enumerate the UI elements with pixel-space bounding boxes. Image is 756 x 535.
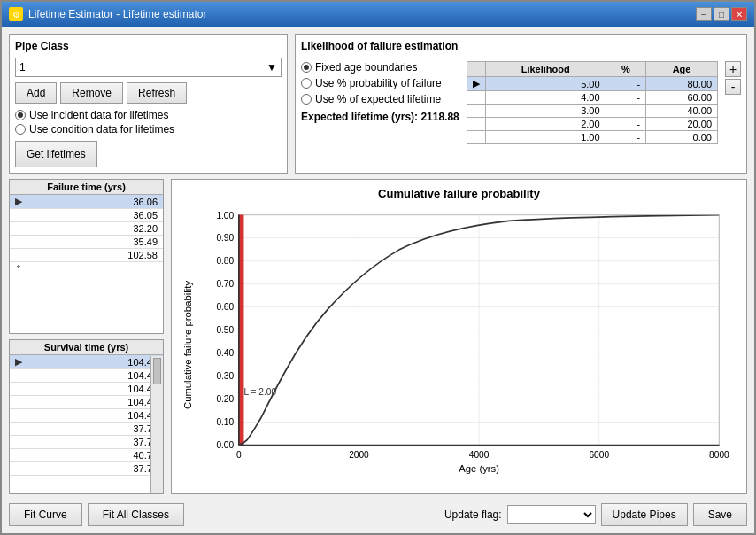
survival-table-row[interactable]: 40.78 xyxy=(10,449,163,462)
svg-text:2000: 2000 xyxy=(349,450,369,460)
title-bar-left: ⚙ Lifetime Estimator - Lifetime estimato… xyxy=(9,7,206,21)
pipe-class-dropdown[interactable]: 1 ▼ xyxy=(15,58,282,77)
survival-row-indicator xyxy=(10,383,27,396)
survival-table-row[interactable]: 104.46 xyxy=(10,369,163,383)
failure-table-row[interactable]: 32.20 xyxy=(10,222,163,236)
fit-all-classes-button[interactable]: Fit All Classes xyxy=(88,503,184,526)
maximize-button[interactable]: □ xyxy=(714,7,729,21)
close-button[interactable]: ✕ xyxy=(731,7,747,21)
svg-text:0: 0 xyxy=(236,450,242,460)
pipe-class-buttons: Add Remove Refresh xyxy=(15,82,282,104)
add-row-button[interactable]: + xyxy=(725,61,741,77)
main-window: ⚙ Lifetime Estimator - Lifetime estimato… xyxy=(0,0,756,535)
get-lifetimes-button[interactable]: Get lifetimes xyxy=(15,141,97,167)
failure-row-value: 35.49 xyxy=(27,236,163,249)
survival-table-row[interactable]: 104.46 xyxy=(10,383,163,396)
likelihood-col-percent: % xyxy=(606,62,645,77)
svg-text:8000: 8000 xyxy=(709,450,729,460)
use-condition-radio[interactable] xyxy=(15,124,26,135)
survival-table-row[interactable]: 104.46 xyxy=(10,396,163,409)
failure-row-indicator xyxy=(10,222,27,236)
failure-table-row[interactable]: 35.49 xyxy=(10,236,163,249)
scrollbar-thumb[interactable] xyxy=(153,358,161,384)
dropdown-arrow-icon: ▼ xyxy=(266,61,277,74)
svg-text:6000: 6000 xyxy=(589,450,609,460)
failure-time-scroll[interactable]: Failure time (yrs) ▶ 36.06 36.05 32.20 3… xyxy=(10,180,163,333)
survival-scrollbar[interactable] xyxy=(150,356,163,493)
survival-table-row[interactable]: 37.78 xyxy=(10,462,163,476)
likelihood-row-value: 3.00 xyxy=(485,105,606,118)
failure-row-value: 36.06 xyxy=(27,195,163,209)
failure-table-row[interactable]: * xyxy=(10,262,163,275)
use-expected-radio-item[interactable]: Use % of expected lifetime xyxy=(301,93,459,105)
add-button[interactable]: Add xyxy=(15,82,57,104)
pipe-class-title: Pipe Class xyxy=(15,40,282,52)
update-pipes-button[interactable]: Update Pipes xyxy=(601,503,688,526)
save-button[interactable]: Save xyxy=(693,503,747,526)
use-percent-radio[interactable] xyxy=(301,78,312,89)
likelihood-row-value: 5.00 xyxy=(485,77,606,91)
remove-row-button[interactable]: - xyxy=(725,79,741,95)
remove-button[interactable]: Remove xyxy=(60,82,123,104)
use-incident-radio[interactable] xyxy=(15,110,26,120)
likelihood-col-age: Age xyxy=(646,62,718,77)
likelihood-table: Likelihood % Age ▶ 5.00 - 80.00 4.00 - 6… xyxy=(467,61,718,144)
survival-table-row[interactable]: 37.78 xyxy=(10,436,163,449)
chart-container: Cumulative failure probability xyxy=(179,204,739,486)
failure-time-panel: Failure time (yrs) ▶ 36.06 36.05 32.20 3… xyxy=(9,179,164,334)
title-controls: − □ ✕ xyxy=(696,7,747,21)
failure-table-row[interactable]: ▶ 36.06 xyxy=(10,195,163,209)
left-tables: Failure time (yrs) ▶ 36.06 36.05 32.20 3… xyxy=(9,179,164,494)
expected-lifetime-text: Expected lifetime (yrs): 2118.88 xyxy=(301,111,459,123)
content-area: Pipe Class 1 ▼ Add Remove Refresh Use in… xyxy=(2,27,754,533)
app-icon: ⚙ xyxy=(9,7,23,21)
x-axis-label: Age (yrs) xyxy=(459,463,499,474)
failure-row-value: 32.20 xyxy=(27,222,163,236)
bottom-right-controls: Update flag: Option1 Option2 Update Pipe… xyxy=(444,503,747,526)
survival-row-value: 104.46 xyxy=(27,409,163,423)
title-bar: ⚙ Lifetime Estimator - Lifetime estimato… xyxy=(2,2,754,27)
survival-table-row[interactable]: 104.46 xyxy=(10,409,163,423)
svg-text:0.30: 0.30 xyxy=(216,371,234,381)
survival-row-value: 104.46 xyxy=(27,355,163,369)
survival-table-row[interactable]: ▶ 104.46 xyxy=(10,355,163,369)
failure-row-indicator xyxy=(10,209,27,222)
survival-time-table: Survival time (yrs) ▶ 104.46 104.46 104.… xyxy=(10,340,163,476)
y-axis-label: Cumulative failure probability xyxy=(182,281,193,409)
svg-text:0.40: 0.40 xyxy=(216,348,234,358)
likelihood-row-age: 60.00 xyxy=(646,91,718,105)
minimize-button[interactable]: − xyxy=(696,7,712,21)
refresh-button[interactable]: Refresh xyxy=(127,82,187,104)
failure-table-row[interactable]: 102.58 xyxy=(10,249,163,262)
chart-area: Cumulative failure probability Cumulativ… xyxy=(171,179,747,494)
use-expected-radio[interactable] xyxy=(301,94,312,105)
pipe-class-panel: Pipe Class 1 ▼ Add Remove Refresh Use in… xyxy=(9,34,288,174)
likelihood-table-wrapper: Likelihood % Age ▶ 5.00 - 80.00 4.00 - 6… xyxy=(467,61,718,144)
likelihood-content-row: Fixed age boundaries Use % probability o… xyxy=(301,61,741,144)
fixed-age-radio-item[interactable]: Fixed age boundaries xyxy=(301,61,459,74)
survival-table-row[interactable]: 37.78 xyxy=(10,423,163,436)
chart-svg: Cumulative failure probability xyxy=(179,204,739,486)
survival-row-indicator: ▶ xyxy=(10,355,27,369)
failure-row-indicator: * xyxy=(10,262,27,275)
svg-text:0.00: 0.00 xyxy=(216,440,234,450)
use-incident-radio-item[interactable]: Use incident data for lifetimes xyxy=(15,109,282,121)
likelihood-row-indicator xyxy=(467,105,485,118)
survival-time-scroll[interactable]: Survival time (yrs) ▶ 104.46 104.46 104.… xyxy=(10,340,163,493)
likelihood-row-percent: - xyxy=(606,77,645,91)
fixed-age-label: Fixed age boundaries xyxy=(315,61,417,74)
use-percent-label: Use % probability of failure xyxy=(315,77,442,89)
likelihood-row-percent: - xyxy=(606,105,645,118)
survival-time-panel: Survival time (yrs) ▶ 104.46 104.46 104.… xyxy=(9,339,164,494)
likelihood-row-age: 0.00 xyxy=(646,131,718,144)
likelihood-panel: Likelihood of failure estimation Fixed a… xyxy=(295,34,747,174)
use-condition-radio-item[interactable]: Use condition data for lifetimes xyxy=(15,123,282,136)
failure-table-row[interactable]: 36.05 xyxy=(10,209,163,222)
use-percent-radio-item[interactable]: Use % probability of failure xyxy=(301,77,459,89)
survival-row-indicator xyxy=(10,423,27,436)
survival-row-value: 104.46 xyxy=(27,369,163,383)
update-flag-select[interactable]: Option1 Option2 xyxy=(507,505,596,524)
middle-section: Failure time (yrs) ▶ 36.06 36.05 32.20 3… xyxy=(9,179,747,494)
fit-curve-button[interactable]: Fit Curve xyxy=(9,503,82,526)
fixed-age-radio[interactable] xyxy=(301,62,312,73)
